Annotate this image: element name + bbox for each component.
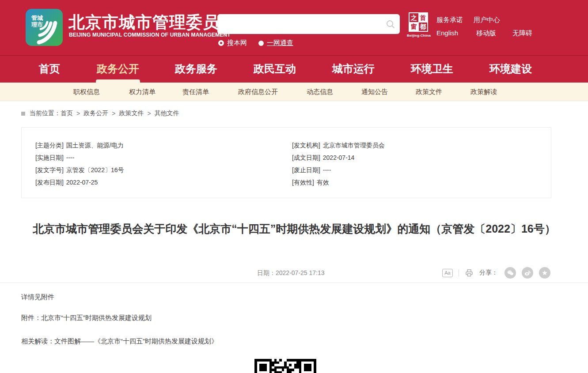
toolbar-divider xyxy=(459,269,459,276)
link-accessibility[interactable]: 无障碍 xyxy=(512,29,532,38)
active-nav-indicator xyxy=(96,79,140,83)
wechat-icon xyxy=(506,269,514,277)
nav-item-interaction[interactable]: 政民互动 xyxy=(254,56,296,83)
weibo-icon xyxy=(524,269,531,277)
scope-option-label: 搜本网 xyxy=(227,39,247,47)
capital-window-char: 窗 xyxy=(410,23,418,31)
site-title-english: BEIJING MUNICIPAL COMMISSION OF URBAN MA… xyxy=(69,32,231,38)
subnav-item-duty-list[interactable]: 责任清单 xyxy=(182,83,209,101)
capital-window-logo[interactable]: 之 首 窗 都 xyxy=(409,12,428,32)
date-value: 2022-07-25 17:13 xyxy=(276,269,325,276)
breadcrumb: 当前位置： 首页 > 政务公开 > 政策文件 > 其他文件 xyxy=(21,109,179,117)
date-label: 日期： xyxy=(257,269,276,276)
subnav-item-policy-reading[interactable]: 政策解读 xyxy=(470,83,497,101)
link-service-promise[interactable]: 服务承诺 xyxy=(436,16,463,24)
share-label: 分享： xyxy=(479,269,498,277)
logo-badge-line2: 理市 xyxy=(31,21,43,28)
subnav-item-authority-info[interactable]: 职权信息 xyxy=(73,83,100,101)
meta-written-date: [成文日期]2022-07-14 xyxy=(292,151,385,164)
search-input[interactable] xyxy=(224,14,383,34)
printer-icon xyxy=(465,268,474,277)
subnav-item-gov-disclosure[interactable]: 政府信息公开 xyxy=(238,83,278,101)
breadcrumb-gov-info[interactable]: 政务公开 xyxy=(83,109,108,117)
site-header: 管城 理市 北京市城市管理委员会 BEIJING MUNICIPAL COMMI… xyxy=(0,0,588,55)
print-button[interactable] xyxy=(465,268,474,277)
capital-window-char: 都 xyxy=(419,23,428,31)
meta-publish-date: [发布日期]2022-07-25 xyxy=(35,176,124,188)
breadcrumb-other-docs[interactable]: 其他文件 xyxy=(155,109,179,117)
search-scope-options: 搜本网 一网通查 xyxy=(218,39,293,47)
search-button[interactable] xyxy=(386,19,395,29)
qr-code xyxy=(254,359,316,373)
page: 管城 理市 北京市城市管理委员会 BEIJING MUNICIPAL COMMI… xyxy=(0,0,588,373)
nav-item-gov-service[interactable]: 政务服务 xyxy=(175,56,217,83)
breadcrumb-policy[interactable]: 政策文件 xyxy=(119,109,144,117)
search-box xyxy=(217,14,400,34)
meta-topic-category: [主题分类]国土资源、能源/电力 xyxy=(35,139,124,151)
nav-item-environment[interactable]: 环境建设 xyxy=(489,56,532,83)
share-weibo-button[interactable] xyxy=(522,267,533,279)
meta-repeal-date: [废止日期]---- xyxy=(292,164,385,176)
nav-item-gov-info[interactable]: 政务公开 xyxy=(97,56,139,83)
meta-document-number: [发文字号]京管发〔2022〕16号 xyxy=(35,164,124,176)
link-mobile-version[interactable]: 移动版 xyxy=(476,29,496,38)
breadcrumb-label: 当前位置： xyxy=(30,109,61,117)
link-english[interactable]: English xyxy=(436,29,458,37)
sub-navigation: 职权信息 权力清单 责任清单 政府信息公开 动态信息 通知公告 政策文件 政策解… xyxy=(0,83,588,101)
scope-option-label: 一网通查 xyxy=(267,39,293,47)
content-divider xyxy=(0,283,588,283)
link-user-center[interactable]: 用户中心 xyxy=(474,16,500,24)
subnav-item-news[interactable]: 动态信息 xyxy=(307,83,333,101)
capital-window-char: 首 xyxy=(419,13,428,22)
radio-unselected-icon xyxy=(258,41,264,46)
logo-badge-line1: 管城 xyxy=(31,15,43,21)
capital-window-caption: Beijing-China xyxy=(403,34,434,38)
meta-issuing-agency: [发文机构]北京市城市管理委员会 xyxy=(292,139,385,151)
font-size-button[interactable]: Aa xyxy=(442,269,453,277)
star-icon xyxy=(541,269,549,277)
scope-option-site[interactable]: 搜本网 xyxy=(218,39,247,47)
attachment-link[interactable]: 附件：北京市“十四五”时期供热发展建设规划 xyxy=(21,314,152,322)
nav-item-city-ops[interactable]: 城市运行 xyxy=(332,56,375,83)
agency-logo-icon: 管城 理市 xyxy=(26,9,63,46)
breadcrumb-home[interactable]: 首页 xyxy=(61,109,73,117)
article-title: 北京市城市管理委员会关于印发《北京市“十四五”时期供热发展建设规划》的通知（京管… xyxy=(29,218,559,240)
meta-implementation-date: [实施日期]---- xyxy=(35,151,124,164)
search-icon xyxy=(386,19,395,29)
breadcrumb-square-icon xyxy=(21,112,25,116)
breadcrumb-separator: > xyxy=(147,110,151,117)
main-navigation: 首页 政务公开 政务服务 政民互动 城市运行 环境卫生 环境建设 xyxy=(0,55,588,83)
subnav-item-policy-files[interactable]: 政策文件 xyxy=(416,83,442,101)
capital-window-char: 之 xyxy=(410,13,418,22)
article-date: 日期：2022-07-25 17:13 xyxy=(257,269,325,277)
nav-item-home[interactable]: 首页 xyxy=(39,56,60,83)
breadcrumb-separator: > xyxy=(76,110,80,117)
breadcrumb-separator: > xyxy=(112,110,115,117)
meta-validity: [有效性]有效 xyxy=(292,176,385,188)
subnav-item-power-list[interactable]: 权力清单 xyxy=(129,83,156,101)
share-wechat-button[interactable] xyxy=(505,267,516,279)
site-title: 北京市城市管理委员会 xyxy=(68,11,236,34)
nav-item-sanitation[interactable]: 环境卫生 xyxy=(411,56,453,83)
scope-option-citywide[interactable]: 一网通查 xyxy=(258,39,293,47)
related-reading-link[interactable]: 相关解读：文件图解——《北京市“十四五”时期供热发展建设规划》 xyxy=(21,337,218,346)
document-metadata-box: [主题分类]国土资源、能源/电力 [实施日期]---- [发文字号]京管发〔20… xyxy=(21,127,551,198)
agency-logo[interactable]: 管城 理市 xyxy=(26,9,63,46)
paragraph-see-attachment: 详情见附件 xyxy=(21,293,54,301)
article-toolbar-row: 日期：2022-07-25 17:13 Aa 分享： xyxy=(21,266,551,280)
radio-selected-icon xyxy=(218,40,224,46)
subnav-item-notices[interactable]: 通知公告 xyxy=(361,83,388,101)
share-favorite-button[interactable] xyxy=(539,267,550,279)
